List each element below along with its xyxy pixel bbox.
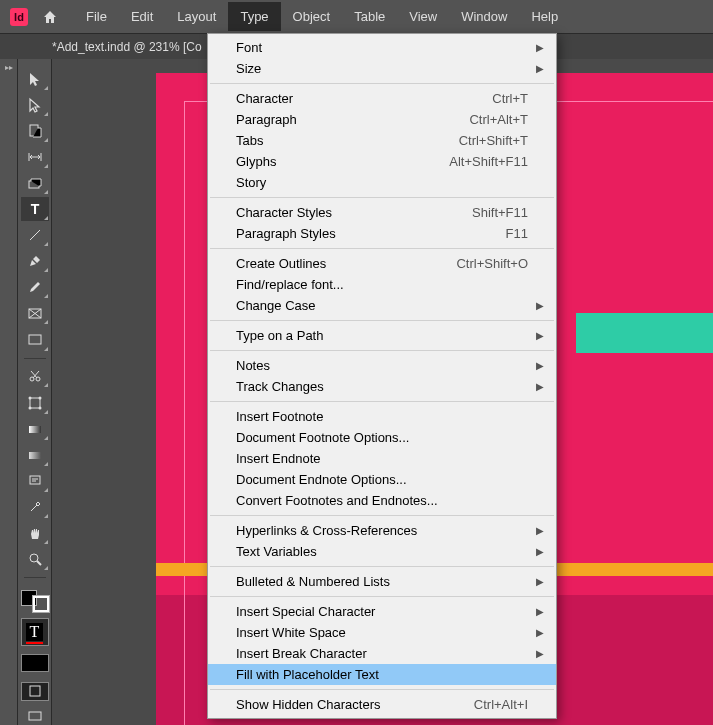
menubar: Id FileEditLayoutTypeObjectTableViewWind… — [0, 0, 713, 33]
menuitem-bulleted-numbered-lists[interactable]: Bulleted & Numbered Lists▶ — [208, 571, 556, 592]
menuitem-notes[interactable]: Notes▶ — [208, 355, 556, 376]
menuitem-tabs[interactable]: TabsCtrl+Shift+T — [208, 130, 556, 151]
menuitem-insert-footnote[interactable]: Insert Footnote — [208, 406, 556, 427]
menuitem-fill-with-placeholder-text[interactable]: Fill with Placeholder Text — [208, 664, 556, 685]
menuitem-insert-break-character[interactable]: Insert Break Character▶ — [208, 643, 556, 664]
svg-rect-21 — [29, 712, 41, 720]
menuitem-hyperlinks-cross-references[interactable]: Hyperlinks & Cross-References▶ — [208, 520, 556, 541]
menu-object[interactable]: Object — [281, 2, 343, 31]
submenu-arrow-icon: ▶ — [536, 627, 544, 638]
free-transform-tool[interactable] — [21, 390, 49, 414]
menu-view[interactable]: View — [397, 2, 449, 31]
svg-point-11 — [28, 396, 31, 399]
menuitem-shortcut: Ctrl+Shift+T — [459, 133, 528, 148]
note-tool[interactable] — [21, 469, 49, 493]
menuitem-paragraph-styles[interactable]: Paragraph StylesF11 — [208, 223, 556, 244]
menu-layout[interactable]: Layout — [165, 2, 228, 31]
menu-separator — [210, 350, 554, 351]
menuitem-insert-endnote[interactable]: Insert Endnote — [208, 448, 556, 469]
content-collector-tool[interactable] — [21, 171, 49, 195]
menuitem-label: Insert Special Character — [236, 604, 375, 619]
menuitem-insert-white-space[interactable]: Insert White Space▶ — [208, 622, 556, 643]
sidebar-toggle[interactable]: ▸▸ — [0, 59, 18, 725]
menu-file[interactable]: File — [74, 2, 119, 31]
svg-point-18 — [30, 554, 38, 562]
menuitem-create-outlines[interactable]: Create OutlinesCtrl+Shift+O — [208, 253, 556, 274]
menuitem-shortcut: F11 — [506, 226, 528, 241]
menuitem-find-replace-font[interactable]: Find/replace font... — [208, 274, 556, 295]
menu-type[interactable]: Type — [228, 2, 280, 31]
scissors-tool[interactable] — [21, 364, 49, 388]
menuitem-character-styles[interactable]: Character StylesShift+F11 — [208, 202, 556, 223]
type-menu-dropdown: Font▶Size▶CharacterCtrl+TParagraphCtrl+A… — [207, 33, 557, 719]
zoom-tool[interactable] — [21, 547, 49, 571]
banner-text: NIVERSITY — [576, 313, 713, 353]
menuitem-show-hidden-characters[interactable]: Show Hidden CharactersCtrl+Alt+I — [208, 694, 556, 715]
menu-separator — [210, 515, 554, 516]
menuitem-change-case[interactable]: Change Case▶ — [208, 295, 556, 316]
menu-separator — [210, 689, 554, 690]
color-swatch[interactable] — [21, 654, 49, 676]
menuitem-label: Insert Footnote — [236, 409, 323, 424]
fill-stroke-swatch[interactable] — [21, 590, 49, 612]
svg-rect-17 — [30, 476, 40, 484]
rectangle-tool[interactable] — [21, 327, 49, 351]
view-mode[interactable] — [21, 682, 49, 701]
submenu-arrow-icon: ▶ — [536, 576, 544, 587]
submenu-arrow-icon: ▶ — [536, 606, 544, 617]
menu-edit[interactable]: Edit — [119, 2, 165, 31]
menuitem-paragraph[interactable]: ParagraphCtrl+Alt+T — [208, 109, 556, 130]
menuitem-character[interactable]: CharacterCtrl+T — [208, 88, 556, 109]
menu-window[interactable]: Window — [449, 2, 519, 31]
menuitem-label: Create Outlines — [236, 256, 326, 271]
svg-rect-20 — [30, 686, 40, 696]
doc-tab[interactable]: *Add_text.indd @ 231% [Co — [44, 36, 210, 58]
selection-tool[interactable] — [21, 67, 49, 91]
menuitem-text-variables[interactable]: Text Variables▶ — [208, 541, 556, 562]
page-tool[interactable] — [21, 119, 49, 143]
menuitem-font[interactable]: Font▶ — [208, 37, 556, 58]
menuitem-shortcut: Ctrl+Shift+O — [456, 256, 528, 271]
menuitem-label: Fill with Placeholder Text — [236, 667, 379, 682]
line-tool[interactable] — [21, 223, 49, 247]
hand-tool[interactable] — [21, 521, 49, 545]
menu-table[interactable]: Table — [342, 2, 397, 31]
direct-selection-tool[interactable] — [21, 93, 49, 117]
menuitem-document-footnote-options[interactable]: Document Footnote Options... — [208, 427, 556, 448]
menuitem-size[interactable]: Size▶ — [208, 58, 556, 79]
menuitem-shortcut: Alt+Shift+F11 — [449, 154, 528, 169]
menuitem-label: Bulleted & Numbered Lists — [236, 574, 390, 589]
menuitem-label: Size — [236, 61, 261, 76]
home-icon[interactable] — [42, 9, 58, 25]
gradient-feather-tool[interactable] — [21, 443, 49, 467]
gradient-swatch-tool[interactable] — [21, 417, 49, 441]
svg-rect-15 — [29, 426, 41, 433]
menuitem-label: Paragraph — [236, 112, 297, 127]
menuitem-story[interactable]: Story — [208, 172, 556, 193]
menuitem-insert-special-character[interactable]: Insert Special Character▶ — [208, 601, 556, 622]
rectangle-frame-tool[interactable] — [21, 301, 49, 325]
menuitem-label: Glyphs — [236, 154, 276, 169]
menuitem-track-changes[interactable]: Track Changes▶ — [208, 376, 556, 397]
menu-help[interactable]: Help — [519, 2, 570, 31]
menu-separator — [210, 83, 554, 84]
type-tool[interactable]: T — [21, 197, 49, 221]
svg-point-14 — [38, 406, 41, 409]
menu-separator — [210, 596, 554, 597]
formatting-affects-text[interactable]: T — [21, 618, 49, 646]
pencil-tool[interactable] — [21, 275, 49, 299]
gap-tool[interactable] — [21, 145, 49, 169]
eyedropper-tool[interactable] — [21, 495, 49, 519]
pen-tool[interactable] — [21, 249, 49, 273]
menuitem-label: Hyperlinks & Cross-References — [236, 523, 417, 538]
menuitem-label: Character Styles — [236, 205, 332, 220]
menuitem-document-endnote-options[interactable]: Document Endnote Options... — [208, 469, 556, 490]
screen-mode[interactable] — [21, 707, 49, 725]
menuitem-glyphs[interactable]: GlyphsAlt+Shift+F11 — [208, 151, 556, 172]
menuitem-label: Track Changes — [236, 379, 324, 394]
menuitem-label: Type on a Path — [236, 328, 323, 343]
menu-separator — [210, 197, 554, 198]
submenu-arrow-icon: ▶ — [536, 360, 544, 371]
menuitem-convert-footnotes-and-endnotes[interactable]: Convert Footnotes and Endnotes... — [208, 490, 556, 511]
menuitem-type-on-a-path[interactable]: Type on a Path▶ — [208, 325, 556, 346]
